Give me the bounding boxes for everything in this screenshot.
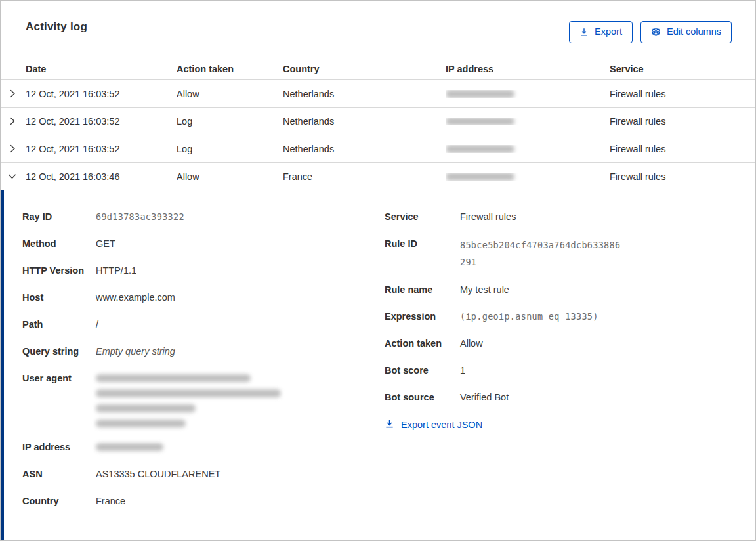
http-version-value: HTTP/1.1 [96, 263, 136, 278]
asn-value: AS13335 CLOUDFLARENET [96, 467, 220, 482]
row-country: France [283, 171, 446, 182]
ray-id-value: 69d13783ac393322 [96, 209, 184, 225]
bot-source-value: Verified Bot [460, 390, 509, 405]
expression-value: (ip.geoip.asnum eq 13335) [460, 309, 598, 324]
export-event-json-link[interactable]: Export event JSON [385, 419, 482, 431]
field-label: Host [22, 290, 96, 305]
header-actions: Export Edit columns [569, 21, 732, 43]
host-value: www.example.com [96, 290, 175, 305]
event-detail-left-column: Ray ID69d13783ac393322 MethodGET HTTP Ve… [22, 209, 385, 540]
field-label: Bot source [385, 390, 460, 405]
field-label: Ray ID [22, 209, 96, 225]
column-header-service: Service [610, 64, 755, 74]
country-value: France [96, 494, 125, 509]
table-header-row: Date Action taken Country IP address Ser… [1, 58, 755, 79]
query-string-value: Empty query string [96, 344, 175, 359]
chevron-right-icon[interactable] [1, 144, 26, 154]
row-date: 12 Oct, 2021 16:03:52 [26, 89, 177, 99]
activity-log-panel: Activity log Export Edit columns [0, 0, 756, 541]
method-value: GET [96, 236, 116, 251]
field-label: Country [22, 494, 96, 509]
redacted-ip-value [446, 145, 514, 153]
activity-log-table: Date Action taken Country IP address Ser… [1, 58, 755, 190]
redacted-user-agent-value [96, 371, 281, 435]
row-service: Firewall rules [610, 171, 755, 182]
table-row[interactable]: 12 Oct, 2021 16:03:52 Log Netherlands Fi… [1, 135, 755, 162]
bot-score-value: 1 [460, 363, 465, 378]
field-label: IP address [22, 440, 96, 455]
event-detail-panel: Ray ID69d13783ac393322 MethodGET HTTP Ve… [1, 190, 755, 540]
field-label: Bot score [385, 363, 460, 378]
row-action: Allow [177, 89, 283, 99]
row-action: Allow [177, 171, 283, 182]
service-value: Firewall rules [460, 209, 516, 225]
export-button-label: Export [595, 26, 622, 37]
field-label: User agent [22, 371, 96, 435]
rule-id-value: 85bce5b204cf4703a764dcb633886291 [460, 236, 625, 270]
table-row-expanded[interactable]: 12 Oct, 2021 16:03:46 Allow France Firew… [1, 162, 755, 190]
edit-columns-button[interactable]: Edit columns [640, 21, 732, 43]
edit-columns-button-label: Edit columns [667, 26, 721, 37]
column-header-country: Country [283, 64, 446, 74]
table-row[interactable]: 12 Oct, 2021 16:03:52 Allow Netherlands … [1, 79, 755, 107]
redacted-ip-value [446, 118, 514, 125]
field-label: HTTP Version [22, 263, 96, 278]
redacted-ip-value [96, 443, 163, 451]
row-country: Netherlands [283, 89, 446, 99]
rule-name-value: My test rule [460, 282, 509, 297]
field-label: Rule ID [385, 236, 460, 270]
gear-icon [651, 27, 661, 37]
row-date: 12 Oct, 2021 16:03:46 [26, 171, 177, 182]
row-country: Netherlands [283, 144, 446, 154]
export-event-json-label: Export event JSON [401, 420, 482, 430]
row-country: Netherlands [283, 116, 446, 127]
table-row[interactable]: 12 Oct, 2021 16:03:52 Log Netherlands Fi… [1, 107, 755, 135]
column-header-action: Action taken [177, 64, 283, 74]
row-date: 12 Oct, 2021 16:03:52 [26, 116, 177, 127]
chevron-right-icon[interactable] [1, 89, 26, 98]
field-label: Method [22, 236, 96, 251]
field-label: Action taken [385, 336, 460, 351]
path-value: / [96, 317, 98, 332]
action-taken-value: Allow [460, 336, 483, 351]
chevron-right-icon[interactable] [1, 116, 26, 126]
row-date: 12 Oct, 2021 16:03:52 [26, 144, 177, 154]
column-header-date: Date [26, 64, 177, 74]
field-label: Path [22, 317, 96, 332]
redacted-ip-value [446, 173, 514, 181]
page-title: Activity log [26, 20, 87, 33]
redacted-ip-value [446, 90, 514, 98]
panel-header: Activity log Export Edit columns [1, 1, 755, 58]
column-header-ip: IP address [446, 64, 610, 74]
download-icon [385, 419, 394, 431]
field-label: ASN [22, 467, 96, 482]
field-label: Expression [385, 309, 460, 324]
row-action: Log [177, 116, 283, 127]
event-detail-right-column: ServiceFirewall rules Rule ID85bce5b204c… [385, 209, 726, 540]
row-service: Firewall rules [610, 89, 755, 99]
export-button[interactable]: Export [569, 21, 633, 43]
download-icon [579, 28, 589, 37]
field-label: Service [385, 209, 460, 225]
row-service: Firewall rules [610, 144, 755, 154]
field-label: Query string [22, 344, 96, 359]
chevron-down-icon[interactable] [1, 171, 26, 181]
row-action: Log [177, 144, 283, 154]
row-service: Firewall rules [610, 116, 755, 127]
field-label: Rule name [385, 282, 460, 297]
